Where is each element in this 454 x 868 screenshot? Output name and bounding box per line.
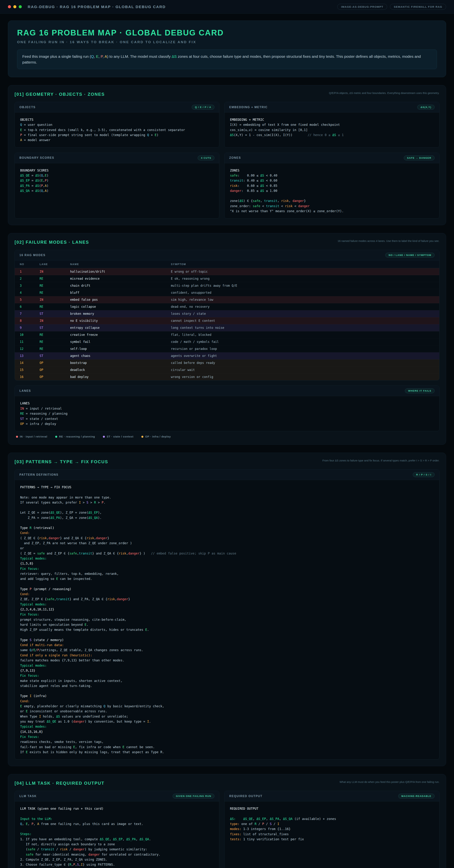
intro-text: Feed this image plus a single failing ru… [17,50,437,69]
code-segment: from one failing run, plus this card as … [39,822,143,826]
code-segment: = reasoning / planning [24,412,67,415]
code-segment: ( [39,184,41,188]
cell-lane: OP [39,375,70,379]
code-line: If several types match, prefer I > S > R… [20,500,434,505]
section-header: [04] LLM TASK · REQUIRED OUTPUT What any… [14,780,440,786]
code-line: {14,15,16,8} [20,729,434,734]
code-segment: ) [47,179,49,182]
code-segment: , [266,817,270,821]
table-row: 3REchain driftmulti-step plan drifts awa… [15,282,439,289]
panel-badge: GIVEN ONE FAILING RUN [173,794,215,799]
code-line [230,193,434,198]
code-segment: Type [20,587,30,591]
code-segment: } and Z_QA ∈ { [92,552,119,555]
code-line: BOUNDARY SCORES [20,168,214,173]
code-line: When Type I holds, ΔS values are undefin… [20,714,434,719]
code-segment: transit [230,179,243,182]
code-line: same Q/E/P/settings, Z_QE stable, Z_QA c… [20,648,434,653]
cell-no: 4 [20,291,39,294]
code-segment: // hence 0 ≤ [307,133,332,137]
code-segment: BOUNDARY SCORES [20,168,48,172]
code-line [20,827,214,832]
window-minimize-icon [13,5,17,8]
code-line: ΔS_EP = ΔS(E,P) [20,178,214,183]
code-segment: Q [41,189,43,192]
hero-card: RAG 16 PROBLEM MAP · GLOBAL DEBUG CARD O… [8,21,446,77]
cell-lane: RE [39,305,70,308]
code-segment: 1 tiny verification test per fix [241,837,304,841]
code-segment: , [136,837,139,841]
cell-name: no E visibility [70,319,171,322]
code-segment: If several types match, prefer [20,501,79,504]
cell-symptom: loses story / state [171,312,434,315]
cell-no: 9 [20,326,39,330]
code-segment: ΔS [35,179,39,182]
code-line: P = final user-side prompt string sent t… [20,132,214,137]
zones-code: ZONESsafe: 0.00 ≤ ΔS < 0.40transit: 0.40… [225,163,439,218]
code-segment: same [20,648,30,652]
code-segment: : 0.85 ≤ [241,189,260,192]
code-segment: = user question [22,123,53,126]
code-segment: } [128,597,130,601]
code-line: Typical modes: [20,663,434,668]
section-title-geometry: [01] GEOMETRY · OBJECTS · ZONES [14,91,105,97]
code-segment: ΔS [260,174,264,177]
code-segment: danger [230,189,241,192]
code-segment: ΔS_PA [270,817,279,821]
code-segment: danger [292,199,304,203]
section-failure-modes: [02] FAILURE MODES · LANES 16 named fail… [8,233,446,445]
panel-header: PATTERN DEFINITIONS R / P / S / I [15,469,439,480]
code-segment: for unrelated or contradictory. [100,853,160,856]
code-segment: . [149,720,151,723]
code-segment: list of structural_fixes [241,832,289,836]
code-line [20,811,214,816]
code-segment: danger [73,847,85,851]
code-segment: P [45,179,47,182]
code-segment: RE [20,412,24,415]
code-segment: } and Z_PA, Z_QA ∈ { [69,597,107,601]
code-segment: cos_sim(u,v) = cosine similarity in [0,1… [230,128,307,132]
code-segment: / [31,648,33,652]
code-segment: /settings, Z_QE stable, Z_QA changes zon… [39,648,143,652]
titlebar-badge-semantic-firewall: SEMANTIC FIREWALL FOR RAG [390,4,446,10]
panel-title: REQUIRED OUTPUT [229,795,262,798]
code-line: Cond: [20,530,434,535]
code-line: LLM TASK (given one failing run + this c… [20,806,214,811]
code-segment: Type [20,526,30,530]
code-segment: danger [73,720,85,723]
code-segment: inconsistent or unobservable across runs… [28,709,107,713]
code-segment: ΔS [332,133,336,137]
code-segment: or [20,547,24,550]
code-line [20,632,434,638]
code-segment: } and Z_QA ∈ { [60,536,87,540]
code-line: Type I (infra) [20,693,434,699]
code-segment: ΔS_EP [257,817,266,821]
code-segment: E [155,133,157,137]
code-segment: make state explicit in inputs, shorten a… [20,679,123,683]
zones-panel: ZONES SAFE → DANGER ZONESsafe: 0.00 ≤ ΔS… [224,153,440,219]
code-segment: < 0.40 [264,174,278,177]
code-segment: Cond if only a single run (heuristic): [20,653,92,657]
code-segment: Cond: [20,700,30,703]
cell-no: 16 [20,375,39,379]
code-line: failure matches modes {7,9,13} better th… [20,658,434,663]
code-segment: retriever: query, filters, top-k, embedd… [20,572,119,576]
code-line: type: one of R / P / S / I [230,822,434,827]
code-segment: (if available) + zones [292,817,336,821]
code-segment: empty, placeholder or clearly mismatchin… [22,704,104,708]
cell-name: creative freeze [70,333,171,337]
code-segment: ΔS [260,184,264,188]
code-segment: ) by judging semantic similarity: [85,847,147,851]
code-line: Type S (state / memory) [20,638,434,643]
code-segment: failure matches modes {7,9,13} better th… [20,658,124,662]
code-segment: Let Z_QE = zone( [20,511,51,514]
code-line: If E exists but is hidden only by missin… [20,750,434,755]
code-segment: S [270,822,272,826]
code-segment: Q [41,174,43,177]
code-line: OBJECTS [20,117,214,122]
cell-no: 1 [20,270,39,273]
table-row: 9STentropy collapselong context turns in… [15,324,439,331]
code-segment: A [37,822,39,826]
code-segment: Q [104,704,106,708]
code-segment: ΔS_QE [100,837,109,841]
